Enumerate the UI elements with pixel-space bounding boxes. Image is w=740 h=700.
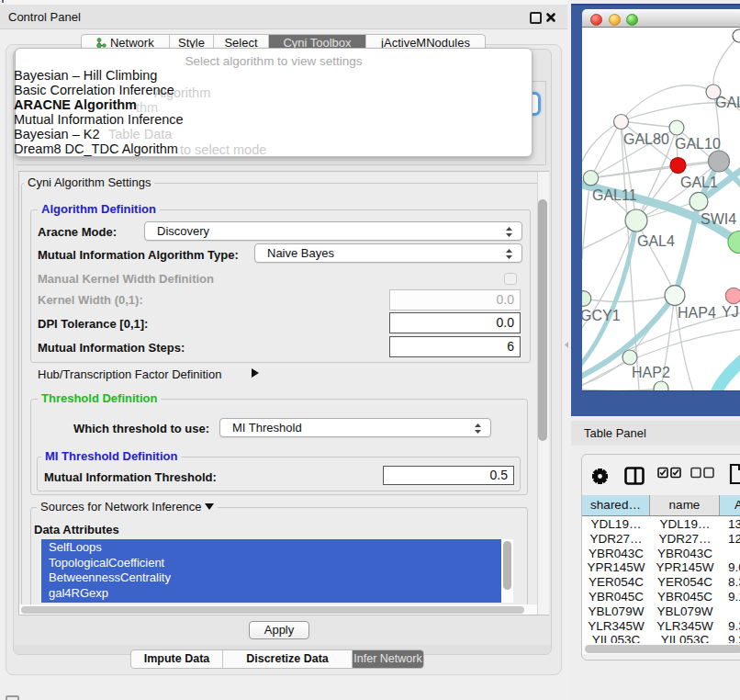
svg-text:YJ: YJ xyxy=(722,304,739,320)
svg-text:GAL11: GAL11 xyxy=(592,187,637,203)
svg-text:SWI4: SWI4 xyxy=(701,211,736,227)
svg-text:HAP2: HAP2 xyxy=(632,365,670,380)
svg-text:GAL1: GAL1 xyxy=(680,175,718,190)
svg-text:GAL7: GAL7 xyxy=(715,95,740,110)
svg-text:HAP4: HAP4 xyxy=(678,305,716,321)
svg-text:GAL10: GAL10 xyxy=(675,136,721,152)
svg-text:GAL4: GAL4 xyxy=(637,233,675,249)
svg-text:GAL80: GAL80 xyxy=(623,131,669,147)
svg-text:GCY1: GCY1 xyxy=(582,308,621,323)
